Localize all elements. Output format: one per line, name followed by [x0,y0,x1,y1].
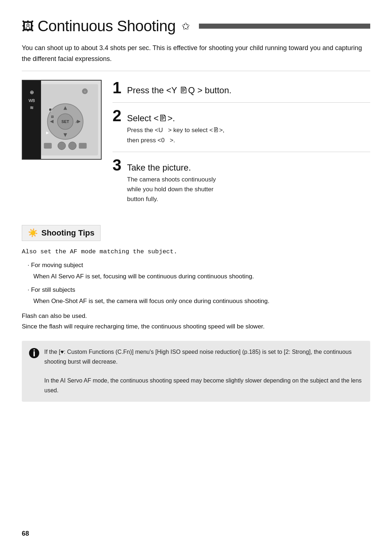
step-2-number: 2 [113,108,123,124]
tips-content: Also set the AF mode matching the subjec… [22,247,370,332]
tips-bullet-1-label: · For moving subject [28,260,370,271]
step-1-number: 1 [113,80,123,96]
page-header: 🖼 Continuous Shooting ✩ [22,17,370,35]
note-text: If the [♥: Custom Functions (C.Fn)] menu… [44,347,363,395]
note-text-1: If the [♥: Custom Functions (C.Fn)] menu… [44,347,363,367]
tips-title: Shooting Tips [41,228,94,238]
svg-text:⊕: ⊕ [30,90,34,95]
star-icon: ✩ [181,20,190,32]
step-3-number: 3 [113,157,123,173]
svg-text:≋: ≋ [30,105,34,110]
svg-point-16 [58,142,66,150]
svg-text:🖼: 🖼 [51,115,54,119]
svg-text:▶: ▶ [46,131,49,135]
svg-text:WB: WB [29,98,35,103]
tips-flash-note-2: Since the flash will require recharging … [22,322,370,332]
page-title: 🖼 Continuous Shooting ✩ [22,17,189,35]
step-3: 3 Take the picture. The camera shoots co… [113,157,370,204]
shooting-tips-section: ☀️ Shooting Tips Also set the AF mode ma… [22,225,370,332]
step-2-header: 2 Select <🖹>. [113,108,370,124]
step-3-header: 3 Take the picture. [113,157,370,173]
content-section: ⊕ WB ≋ SET AF 🔳 [22,80,370,210]
svg-point-17 [69,142,77,150]
step-2-title: Select <🖹>. [127,113,175,124]
title-bar [199,24,370,29]
tips-lightbulb-icon: ☀️ [28,228,38,238]
note-box: i If the [♥: Custom Functions (C.Fn)] me… [22,341,370,402]
tips-intro: Also set the AF mode matching the subjec… [22,247,370,257]
note-text-2: In the AI Servo AF mode, the continuous … [44,376,363,395]
continuous-shoot-icon: 🖼 [22,19,34,33]
camera-diagram: ⊕ WB ≋ SET AF 🔳 [22,80,102,160]
step-1-title: Press the <Y 🖹Q > button. [127,85,232,96]
page-number: 68 [22,530,29,537]
step-3-detail: The camera shoots continuously while you… [127,175,370,204]
svg-text:SET: SET [61,119,69,124]
svg-rect-15 [44,143,52,149]
tips-bullet-1-detail: When AI Servo AF is set, focusing will b… [33,271,370,281]
tips-bullet-2-label: · For still subjects [28,285,370,295]
tips-bullet-2-detail: When One-Shot AF is set, the camera will… [33,296,370,306]
title-text: Continuous Shooting [38,17,176,35]
camera-svg: ⊕ WB ≋ SET AF 🔳 [23,81,101,159]
step-1-separator [113,102,370,103]
step-2-detail: Press the <U > key to select <🖹>, then p… [127,125,370,145]
step-3-title: Take the picture. [127,163,191,173]
tips-flash: Flash can also be used. Since the flash … [22,311,370,332]
step-1: 1 Press the <Y 🖹Q > button. [113,80,370,96]
tips-header: ☀️ Shooting Tips [22,225,101,241]
tips-flash-note-1: Flash can also be used. [22,311,370,322]
svg-rect-18 [79,143,87,149]
step-2-separator [113,152,370,152]
intro-text: You can shoot up to about 3.4 shots per … [22,43,370,71]
steps-section: 1 Press the <Y 🖹Q > button. 2 Select <🖹>… [113,80,370,210]
svg-text:○: ○ [84,90,86,94]
svg-text:🔳: 🔳 [48,108,53,112]
step-2: 2 Select <🖹>. Press the <U > key to sele… [113,108,370,145]
note-icon: i [29,348,39,358]
step-1-header: 1 Press the <Y 🖹Q > button. [113,80,370,96]
